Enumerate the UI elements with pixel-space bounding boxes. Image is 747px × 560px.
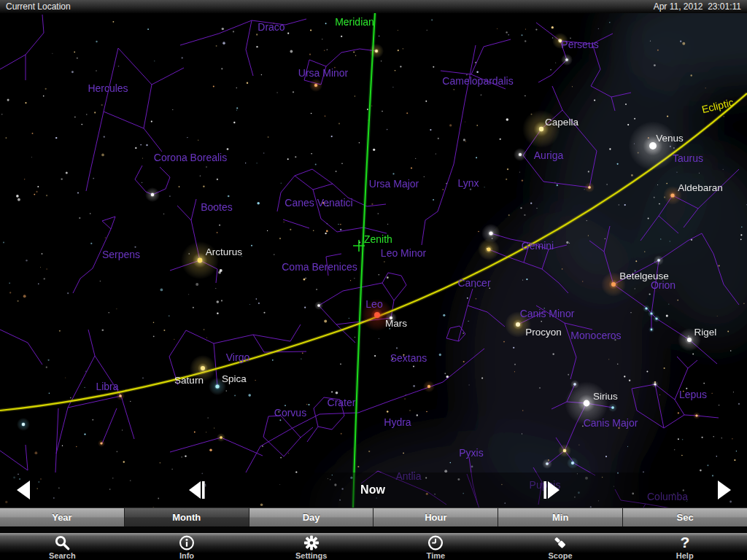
toolbar-item-scope[interactable]: Scope: [498, 533, 623, 560]
bright-star[interactable]: [563, 449, 566, 452]
bright-star[interactable]: [573, 383, 576, 386]
bright-star[interactable]: [546, 462, 549, 465]
star: [325, 23, 327, 24]
star: [519, 172, 520, 173]
star: [135, 147, 136, 149]
bright-star[interactable]: [427, 385, 430, 388]
bright-star[interactable]: [695, 414, 697, 416]
bright-star[interactable]: [539, 127, 543, 131]
toolbar-item-info[interactable]: Info: [125, 533, 249, 560]
step-forward-button[interactable]: [717, 472, 733, 508]
star: [140, 144, 142, 146]
toolbar-item-search[interactable]: Search: [0, 533, 125, 560]
time-unit-hour[interactable]: Hour: [374, 508, 498, 526]
time-unit-month[interactable]: Month: [125, 508, 249, 526]
star: [153, 335, 155, 337]
bright-star[interactable]: [571, 462, 574, 464]
star: [206, 337, 207, 338]
star: [3, 241, 4, 243]
time-unit-sec[interactable]: Sec: [623, 508, 747, 526]
constellation-canes-venatici: [283, 219, 309, 228]
sky-chart[interactable]: DracoUrsa MinorCamelopardalisPerseusHerc…: [0, 0, 747, 533]
star: [44, 278, 45, 279]
toolbar-item-settings[interactable]: Settings: [249, 533, 374, 560]
step-backward-button[interactable]: [15, 472, 31, 508]
star: [279, 419, 281, 421]
toolbar-item-help[interactable]: ? Help: [622, 533, 747, 560]
bright-star[interactable]: [655, 317, 657, 319]
bright-star[interactable]: [651, 329, 653, 331]
bright-star[interactable]: [611, 406, 614, 409]
star: [185, 455, 186, 456]
star: [355, 55, 356, 56]
star: [659, 203, 660, 205]
bright-star[interactable]: [489, 231, 492, 235]
star: [100, 281, 101, 281]
bright-star[interactable]: [670, 193, 674, 197]
bright-star[interactable]: [198, 258, 203, 263]
bright-star[interactable]: [374, 312, 380, 318]
toolbar-item-time[interactable]: Time: [374, 533, 498, 560]
constellation-label: Draco: [258, 21, 285, 33]
star: [666, 315, 668, 317]
bright-star[interactable]: [687, 338, 692, 342]
bright-star[interactable]: [487, 247, 490, 251]
bright-star[interactable]: [317, 304, 320, 307]
star: [471, 465, 473, 467]
star: [45, 88, 47, 90]
star: [374, 355, 376, 357]
time-unit-year[interactable]: Year: [0, 508, 125, 526]
star: [213, 85, 214, 87]
bright-star[interactable]: [645, 307, 647, 309]
star: [606, 184, 607, 184]
star: [508, 34, 509, 36]
star: [151, 121, 152, 122]
bright-star[interactable]: [654, 383, 656, 385]
bright-star[interactable]: [657, 259, 660, 262]
bright-star[interactable]: [611, 282, 616, 287]
skip-backward-button[interactable]: [187, 472, 206, 508]
bright-star[interactable]: [650, 312, 652, 314]
star: [631, 174, 633, 176]
star: [357, 466, 359, 467]
star: [594, 99, 595, 101]
star: [355, 337, 356, 338]
constellation-label: Canis Major: [584, 417, 638, 429]
bright-star[interactable]: [375, 50, 378, 52]
star: [654, 197, 655, 198]
star: [42, 253, 43, 254]
star: [309, 54, 311, 55]
star: [433, 66, 434, 68]
bright-star[interactable]: [201, 366, 205, 370]
now-button[interactable]: Now: [351, 472, 395, 508]
bright-star[interactable]: [22, 423, 25, 426]
star: [463, 361, 465, 362]
star-label: Aldebaran: [678, 182, 723, 193]
star: [187, 137, 187, 138]
star: [84, 387, 85, 388]
bright-star[interactable]: [519, 153, 522, 156]
bright-star[interactable]: [314, 84, 317, 87]
bright-star[interactable]: [584, 400, 590, 407]
star: [667, 115, 668, 117]
star: [608, 359, 609, 359]
bright-star[interactable]: [151, 193, 154, 196]
bright-star[interactable]: [100, 442, 102, 444]
bright-star[interactable]: [565, 58, 568, 61]
reference-label: Zenith: [364, 233, 392, 245]
bright-star[interactable]: [588, 186, 591, 189]
star: [378, 274, 379, 276]
bright-star[interactable]: [215, 384, 219, 388]
skip-forward-button[interactable]: [542, 472, 561, 508]
star: [354, 278, 355, 279]
star: [36, 191, 37, 192]
bright-star[interactable]: [516, 322, 520, 327]
star: [316, 289, 317, 290]
star: [359, 142, 360, 143]
bright-star[interactable]: [119, 394, 122, 397]
bright-star[interactable]: [220, 436, 222, 439]
time-unit-day[interactable]: Day: [249, 508, 374, 526]
star: [305, 278, 306, 279]
time-unit-min[interactable]: Min: [498, 508, 623, 526]
star: [255, 380, 256, 381]
